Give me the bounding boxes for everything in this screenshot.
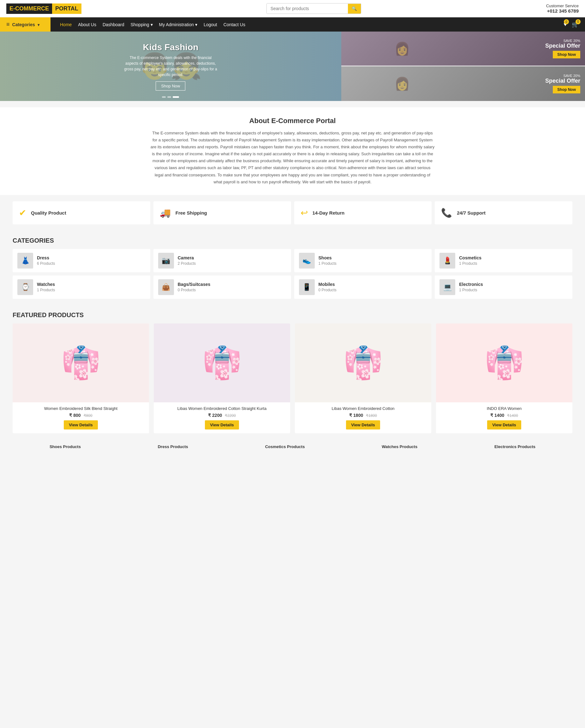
product-2-info: Libas Women Embroidered Cotton Straight … [154, 402, 290, 433]
nav-shopping[interactable]: Shopping ▾ [127, 18, 156, 31]
featured-section: FEATURED PRODUCTS 👘 Women Embroidered Si… [0, 305, 585, 440]
hero-dot-1[interactable] [162, 96, 166, 98]
search-input[interactable] [267, 3, 348, 14]
categories-grid: 👗 Dress 6 Products 📷 Camera 2 Products 👟… [12, 249, 573, 299]
return-label: 14-Day Return [312, 210, 345, 215]
hero-dot-3[interactable] [173, 96, 179, 98]
cart-badge: 0 [576, 19, 581, 24]
logo: E-COMMERCE PORTAL [6, 3, 81, 14]
feature-shipping: 🚚 Free Shipping [153, 201, 291, 224]
cosmetics-info: Cosmetics 1 Products [459, 255, 481, 266]
footer-cat-shoes[interactable]: Shoes Products [50, 444, 81, 449]
hero-offer-1-title: Special Offer [545, 43, 580, 49]
product-3-image: 👘 [295, 323, 431, 402]
nav-home[interactable]: Home [57, 18, 75, 31]
search-button[interactable]: 🔍 [348, 4, 361, 14]
electronics-icon: 💻 [439, 279, 455, 295]
nav-dashboard[interactable]: Dashboard [99, 18, 128, 31]
product-2-view-button[interactable]: View Details [205, 420, 239, 430]
categories-title: CATEGORIES [12, 237, 573, 244]
dress-count: 6 Products [37, 261, 55, 266]
product-3-info: Libas Women Embroidered Cotton ₹ 1800 ₹1… [295, 402, 431, 433]
electronics-count: 1 Products [459, 288, 477, 292]
wishlist-icon[interactable]: ♥0 [563, 21, 567, 28]
footer-cat-watches[interactable]: Watches Products [382, 444, 417, 449]
hero-background: 👦👧 Kids Fashion The E-commerce System de… [0, 31, 341, 101]
product-2-current-price: ₹ 2200 [208, 413, 222, 418]
quality-icon: ✔ [19, 208, 26, 218]
hero-offer-1-button[interactable]: Shop Now [553, 51, 580, 58]
product-4-original-price: ₹1400 [507, 413, 518, 418]
nav-icons: ♥0 🛒0 [557, 21, 585, 28]
category-shoes[interactable]: 👟 Shoes 1 Products [294, 249, 432, 272]
categories-section: CATEGORIES 👗 Dress 6 Products 📷 Camera 2… [0, 231, 585, 305]
hero-offer-2: 👩 SAVE 20% Special Offer Shop Now [341, 66, 585, 101]
category-mobiles[interactable]: 📱 Mobiles 0 Products [294, 276, 432, 299]
product-1: 👘 Women Embroidered Silk Blend Straight … [12, 323, 149, 433]
camera-name: Camera [178, 255, 196, 260]
hero-section: 👦👧 Kids Fashion The E-commerce System de… [0, 31, 585, 101]
category-camera[interactable]: 📷 Camera 2 Products [153, 249, 291, 272]
bags-info: Bags/Suitcases 0 Products [178, 282, 210, 292]
product-2-original-price: ₹2200 [225, 413, 236, 418]
shoes-name: Shoes [319, 255, 336, 260]
footer-cat-cosmetics[interactable]: Cosmetics Products [265, 444, 305, 449]
electronics-info: Electronics 1 Products [459, 282, 483, 292]
footer-cat-dress[interactable]: Dress Products [158, 444, 188, 449]
cosmetics-icon: 💄 [439, 253, 455, 268]
mobiles-icon: 📱 [299, 279, 315, 295]
category-electronics[interactable]: 💻 Electronics 1 Products [435, 276, 573, 299]
hero-offer-1: 👩 SAVE 20% Special Offer Shop Now [341, 31, 585, 66]
watches-icon: ⌚ [17, 279, 33, 295]
category-watches[interactable]: ⌚ Watches 1 Products [12, 276, 150, 299]
nav-administration[interactable]: My Administration ▾ [156, 18, 201, 31]
footer-cat-electronics[interactable]: Electronics Products [494, 444, 535, 449]
product-1-original-price: ₹800 [84, 413, 93, 418]
bags-icon: 👜 [158, 279, 174, 295]
dress-icon: 👗 [17, 253, 33, 268]
hero-dots [162, 96, 179, 98]
watches-name: Watches [37, 282, 55, 287]
footer-categories: Shoes Products Dress Products Cosmetics … [0, 440, 585, 454]
product-1-image: 👘 [12, 323, 149, 402]
product-1-current-price: ₹ 800 [69, 413, 80, 418]
logo-part2: PORTAL [52, 3, 81, 14]
product-4-view-button[interactable]: View Details [487, 420, 521, 430]
category-dress[interactable]: 👗 Dress 6 Products [12, 249, 150, 272]
hero-offer-2-button[interactable]: Shop Now [553, 86, 580, 94]
customer-service-label: Customer Service [546, 3, 579, 8]
quality-label: Quality Product [31, 210, 66, 215]
about-text: The E-commerce System deals with the fin… [151, 130, 435, 186]
product-3-current-price: ₹ 1800 [349, 413, 363, 418]
product-4-current-price: ₹ 1400 [490, 413, 504, 418]
cart-icon[interactable]: 🛒0 [572, 21, 579, 28]
feature-quality: ✔ Quality Product [12, 201, 150, 224]
customer-service: Customer Service +012 345 6789 [546, 3, 579, 14]
about-section: About E-Commerce Portal The E-commerce S… [0, 107, 585, 195]
header: E-COMMERCE PORTAL 🔍 Customer Service +01… [0, 0, 585, 17]
support-icon: 📞 [441, 208, 452, 218]
return-icon: ↩ [301, 208, 308, 218]
shoes-icon: 👟 [299, 253, 315, 268]
product-1-view-button[interactable]: View Details [64, 420, 98, 430]
nav-contact[interactable]: Contact Us [220, 18, 249, 31]
product-3-view-button[interactable]: View Details [346, 420, 380, 430]
categories-button[interactable]: Categories [0, 17, 51, 31]
hero-main: 👦👧 Kids Fashion The E-commerce System de… [0, 31, 341, 101]
product-4-image: 👘 [436, 323, 573, 402]
nav-logout[interactable]: Logout [201, 18, 220, 31]
camera-info: Camera 2 Products [178, 255, 196, 266]
navbar: Categories Home About Us Dashboard Shopp… [0, 17, 585, 31]
product-4: 👘 INDO ERA Women ₹ 1400 ₹1400 View Detai… [436, 323, 573, 433]
hero-dot-2[interactable] [167, 96, 171, 98]
category-cosmetics[interactable]: 💄 Cosmetics 1 Products [435, 249, 573, 272]
hero-side: 👩 SAVE 20% Special Offer Shop Now 👩 SAVE… [341, 31, 585, 101]
wishlist-badge: 0 [564, 19, 569, 24]
category-bags[interactable]: 👜 Bags/Suitcases 0 Products [153, 276, 291, 299]
shoes-count: 1 Products [319, 261, 336, 266]
shipping-icon: 🚚 [160, 208, 171, 218]
nav-about[interactable]: About Us [75, 18, 99, 31]
hero-text-block: Kids Fashion The E-commerce System deals… [123, 42, 218, 90]
hero-shop-button[interactable]: Shop Now [156, 81, 185, 90]
shipping-label: Free Shipping [176, 210, 207, 215]
